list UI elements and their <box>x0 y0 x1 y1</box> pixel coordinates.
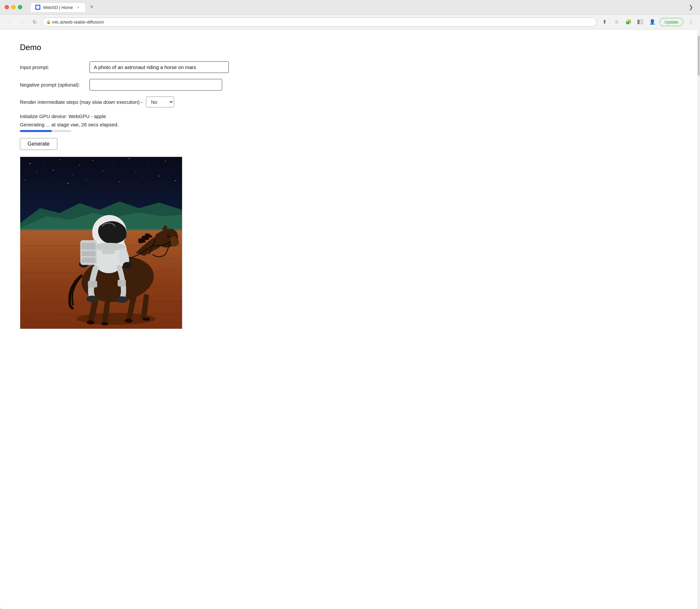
input-prompt-label: Input prompt: <box>20 64 86 70</box>
address-bar[interactable]: 🔒 mlc.ai/web-stable-diffusion/ <box>42 18 597 27</box>
scrollbar-thumb[interactable] <box>698 36 700 76</box>
bookmark-button[interactable]: ☆ <box>612 17 621 27</box>
svg-point-17 <box>53 170 53 171</box>
svg-point-8 <box>60 159 60 160</box>
svg-point-20 <box>136 173 136 173</box>
negative-prompt-label: Negative prompt (optional): <box>20 82 86 88</box>
svg-rect-4 <box>640 23 643 24</box>
svg-point-13 <box>149 164 150 164</box>
input-prompt-row: Input prompt: <box>20 62 680 73</box>
tab-bar: WebSD | Home × + <box>30 2 683 12</box>
sidebar-toggle[interactable] <box>636 17 645 27</box>
svg-rect-2 <box>640 20 643 21</box>
render-steps-row: Render intermediate steps (may slow down… <box>20 97 680 107</box>
lock-icon: 🔒 <box>46 20 51 24</box>
input-prompt-field[interactable] <box>89 62 229 73</box>
update-button[interactable]: Update <box>660 18 683 26</box>
render-steps-label: Render intermediate steps (may slow down… <box>20 99 143 105</box>
svg-point-28 <box>142 177 143 178</box>
svg-point-0 <box>36 6 39 9</box>
page-content: Demo Input prompt: Negative prompt (opti… <box>0 30 700 609</box>
svg-point-24 <box>50 178 50 178</box>
generated-image <box>20 157 182 329</box>
svg-rect-62 <box>118 280 126 286</box>
tab-label: WebSD | Home <box>43 5 73 10</box>
svg-point-23 <box>25 180 25 180</box>
share-button[interactable]: ⬆ <box>600 17 609 27</box>
svg-point-43 <box>169 235 170 236</box>
svg-point-12 <box>129 158 129 159</box>
svg-point-11 <box>112 162 113 163</box>
svg-point-21 <box>158 176 159 176</box>
active-tab[interactable]: WebSD | Home × <box>30 2 86 12</box>
forward-button[interactable]: → <box>17 17 27 27</box>
progress-bar-fill <box>20 130 52 132</box>
svg-point-26 <box>86 179 87 180</box>
svg-point-45 <box>143 317 150 321</box>
svg-point-46 <box>87 320 94 325</box>
svg-point-29 <box>175 180 176 181</box>
extension-icon: 🧩 <box>624 17 633 27</box>
svg-point-16 <box>36 172 37 172</box>
render-steps-select[interactable]: No Yes <box>146 97 174 107</box>
svg-point-25 <box>68 183 68 184</box>
svg-point-22 <box>178 167 179 167</box>
title-bar: WebSD | Home × + ❯ <box>0 0 700 15</box>
svg-point-14 <box>165 160 166 161</box>
back-icon: ← <box>7 19 12 25</box>
profile-button[interactable]: 👤 <box>648 17 657 27</box>
svg-rect-61 <box>88 281 97 288</box>
browser-window: WebSD | Home × + ❯ ← → ↻ 🔒 mlc.ai/web-st… <box>0 0 700 609</box>
tab-favicon <box>35 5 40 10</box>
svg-point-15 <box>172 168 172 169</box>
reload-button[interactable]: ↻ <box>30 17 39 27</box>
close-button[interactable] <box>5 5 9 9</box>
svg-rect-56 <box>82 243 95 249</box>
svg-rect-57 <box>82 251 95 256</box>
svg-point-54 <box>93 243 125 251</box>
svg-point-59 <box>86 296 98 302</box>
maximize-button[interactable] <box>18 5 22 9</box>
generate-button[interactable]: Generate <box>20 138 57 150</box>
svg-point-7 <box>43 161 44 162</box>
svg-point-60 <box>116 296 128 303</box>
menu-button[interactable]: ⋮ <box>686 17 695 27</box>
svg-point-19 <box>103 171 103 171</box>
svg-point-9 <box>79 165 80 166</box>
reload-icon: ↻ <box>33 19 37 25</box>
chevron-button[interactable]: ❯ <box>686 3 695 12</box>
svg-point-10 <box>92 160 93 160</box>
new-tab-button[interactable]: + <box>87 3 97 12</box>
svg-point-47 <box>101 322 108 325</box>
minimize-button[interactable] <box>11 5 16 9</box>
toolbar-icons: ⬆ ☆ 🧩 👤 Update ⋮ <box>600 17 695 27</box>
svg-point-6 <box>30 163 31 164</box>
gpu-status-text: Initialize GPU device: WebGPU - apple <box>20 114 680 119</box>
url-text: mlc.ai/web-stable-diffusion/ <box>52 20 104 24</box>
svg-rect-58 <box>82 258 95 263</box>
demo-title: Demo <box>20 43 680 52</box>
back-button[interactable]: ← <box>5 17 14 27</box>
tab-close-button[interactable]: × <box>75 5 81 10</box>
negative-prompt-field[interactable] <box>89 79 222 90</box>
svg-point-52 <box>123 262 132 269</box>
svg-rect-1 <box>637 20 640 24</box>
generating-status-text: Generating ... at stage vae, 26 secs ela… <box>20 122 680 127</box>
svg-point-18 <box>73 175 74 175</box>
svg-rect-3 <box>640 21 643 22</box>
negative-prompt-row: Negative prompt (optional): <box>20 79 680 90</box>
traffic-lights <box>5 5 22 9</box>
forward-icon: → <box>19 19 24 25</box>
scrollbar[interactable] <box>697 29 700 609</box>
svg-point-44 <box>125 319 133 323</box>
address-bar-row: ← → ↻ 🔒 mlc.ai/web-stable-diffusion/ ⬆ ☆… <box>0 15 700 30</box>
progress-bar-container <box>20 130 71 132</box>
svg-point-27 <box>119 181 120 182</box>
